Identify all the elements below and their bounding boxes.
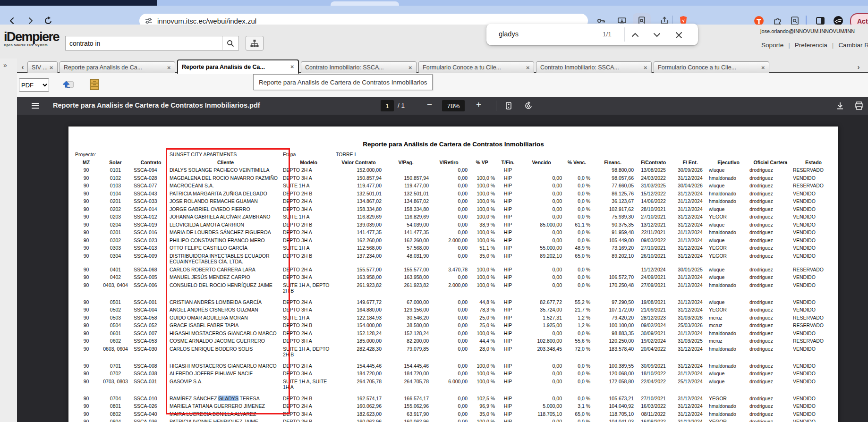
report-cell: drodriguez <box>749 410 793 418</box>
tab-close-icon[interactable]: ✕ <box>288 64 294 69</box>
archive-report-icon[interactable] <box>88 78 101 91</box>
tab-close-icon[interactable]: ✕ <box>406 65 412 70</box>
report-cell: drodriguez <box>749 362 793 370</box>
report-cell: 30/09/2021 <box>635 362 673 370</box>
link-preferencia[interactable]: Preferencia <box>795 42 827 49</box>
report-cell: drodriguez <box>749 402 793 410</box>
zoom-level-input[interactable]: 78% <box>442 100 465 111</box>
tab-scroll-left-button[interactable]: ‹ <box>18 61 27 72</box>
page-number-input[interactable]: 1 <box>381 100 394 111</box>
report-cell: 31/12/2024 <box>673 244 709 252</box>
report-cell: DEPTO 2H A <box>283 362 336 370</box>
report-cell: SSCA-004 <box>134 306 170 314</box>
zoom-in-button[interactable]: + <box>476 100 481 110</box>
pdf-menu-icon[interactable] <box>30 101 41 111</box>
report-cell: SSCA-014 <box>134 205 170 213</box>
report-cell: HIP <box>496 370 521 378</box>
report-cell: SSCA-053 <box>134 337 170 345</box>
window-tab-2[interactable]: Reporte para Analisis de Ca...✕ <box>177 59 299 74</box>
tab-close-icon[interactable]: ✕ <box>47 65 53 70</box>
report-cell: 100,0 % <box>469 174 496 182</box>
tab-close-icon[interactable]: ✕ <box>523 65 530 70</box>
window-tab-4[interactable]: Formulario Conoce a tu Clie...✕ <box>418 61 534 73</box>
report-cell: SSCA-033 <box>134 197 170 205</box>
report-cell: 149.677,72 <box>336 298 383 306</box>
find-query-input[interactable]: gladys <box>499 30 519 38</box>
report-cell: 2.000,00 <box>430 281 469 295</box>
window-tab-5[interactable]: Contrato Inmobiliario: SSCA...✕ <box>536 61 652 73</box>
report-cell: DEPTO 3H A <box>283 174 336 182</box>
window-tab-0[interactable]: SIV ...✕ <box>27 61 58 73</box>
report-cell: 0,0 % <box>563 370 592 378</box>
report-cell: 162.574,17 <box>336 395 383 403</box>
report-cell: 134.867,02 <box>336 197 383 205</box>
window-tab-3[interactable]: Contrato Inmobiliario: SSCA...✕ <box>301 61 417 73</box>
report-cell: 0,00 <box>430 321 469 329</box>
erp-search-input[interactable] <box>66 40 222 47</box>
zoom-out-button[interactable]: − <box>427 100 432 110</box>
report-row: 900403, 0404SSCA-006CONSUELO DEL ROCIO H… <box>75 281 835 295</box>
report-cell: 90 <box>75 306 99 314</box>
report-cell: 182.623,00 <box>336 410 383 418</box>
column-header: Contrato <box>134 159 170 167</box>
report-cell: VENDIDO <box>793 221 835 229</box>
send-report-icon[interactable] <box>61 78 75 91</box>
report-cell: drodriguez <box>749 337 793 345</box>
report-cell: DEPTO 2H A <box>283 266 336 274</box>
report-cell: 30/09/2021 <box>635 329 673 338</box>
tab-close-icon[interactable]: ✕ <box>164 65 171 70</box>
report-cell: drodriguez <box>749 329 793 338</box>
link-soporte[interactable]: Soporte <box>761 42 783 49</box>
report-cell: 184.720,00 <box>383 370 430 378</box>
find-bar: gladys 1/1 <box>486 24 698 45</box>
report-cell: 90 <box>75 362 99 370</box>
report-cell: HIP <box>496 418 521 422</box>
report-cell: SSCA-016 <box>134 228 170 236</box>
find-previous-button[interactable] <box>630 30 640 40</box>
expand-panel-button[interactable]: » <box>3 61 7 69</box>
report-cell: 0403, 0404 <box>99 281 134 295</box>
report-cell: CARLOS ROBERTO CARRERA LARA <box>170 266 283 274</box>
download-icon[interactable] <box>835 101 845 111</box>
column-header: F/ Ent. <box>673 159 709 167</box>
report-cell: 09/03/2022 <box>635 236 673 245</box>
tune-icon[interactable] <box>145 17 153 25</box>
report-cell: 261.923,82 <box>336 281 383 295</box>
menu-tree-button[interactable] <box>246 36 264 51</box>
report-cell: HIP <box>496 362 521 370</box>
link-cambiar-rol[interactable]: Cambiar Rol <box>838 42 868 49</box>
report-cell: 0,00 <box>521 281 563 295</box>
tab-close-icon[interactable]: ✕ <box>758 65 765 70</box>
export-format-select[interactable]: PDF <box>19 78 49 92</box>
report-cell: 16/03/2022 <box>635 402 673 410</box>
find-close-button[interactable] <box>673 30 684 40</box>
report-cell: MARIELA TATIANA GUERRERO JIMENEZ <box>170 402 283 410</box>
report-cell: 44,8 % <box>469 298 496 306</box>
report-toolbar: PDF <box>17 73 868 97</box>
rotate-page-icon[interactable] <box>523 101 534 111</box>
report-cell: VENDIDO <box>793 402 835 410</box>
window-tab-1[interactable]: Reporte para Analisis de Ca...✕ <box>60 61 175 73</box>
print-icon[interactable] <box>854 101 864 111</box>
report-cell: SSCA-031 <box>134 378 170 391</box>
logo-subtitle: Open Source ERP System <box>4 43 63 47</box>
search-button[interactable] <box>222 36 238 50</box>
report-cell: DEPTO 3H A <box>283 236 336 245</box>
fit-page-icon[interactable] <box>503 101 514 111</box>
report-cell: 0,00 <box>430 190 469 198</box>
find-next-button[interactable] <box>652 30 662 40</box>
tab-scroll-right-button[interactable]: › <box>854 61 863 72</box>
report-cell: hmaldonado <box>709 402 749 410</box>
report-cell: 79.420,20 <box>592 314 635 322</box>
report-cell: 27/09/2021 <box>635 281 673 295</box>
report-cell: drodriguez <box>749 228 793 236</box>
report-cell: 90 <box>75 314 99 322</box>
report-cell: 75.939,30 <box>592 213 635 221</box>
browser-tab[interactable] <box>331 1 399 6</box>
report-cell: DIALYS SOLANGE PACHECO VEINTIMILLA <box>170 166 283 174</box>
tab-close-icon[interactable]: ✕ <box>641 65 647 70</box>
report-cell: 0402 <box>99 273 134 281</box>
report-cell: 48,9 % <box>563 244 592 252</box>
report-cell: 0,00 <box>521 213 563 221</box>
window-tab-6[interactable]: Formulario Conoce a tu Clie...✕ <box>654 61 769 73</box>
